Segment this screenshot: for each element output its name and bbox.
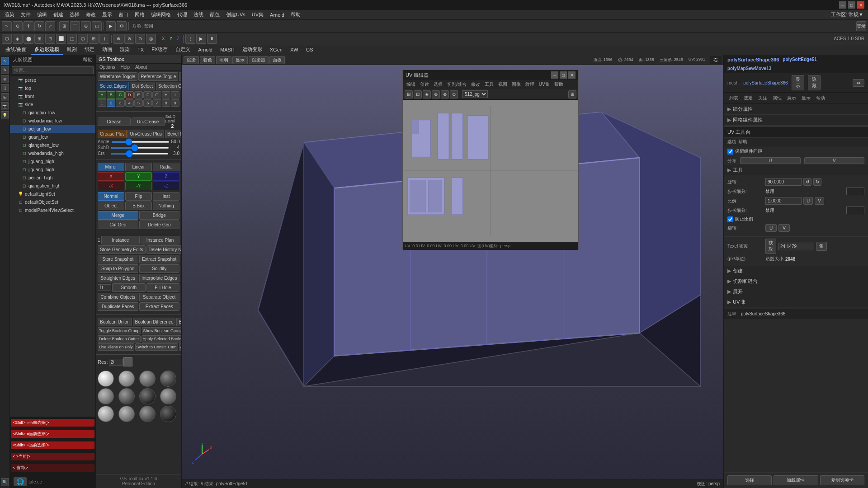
menu-edit[interactable]: 编辑 [34, 10, 50, 19]
snap-curve-btn[interactable]: ⌒ [70, 21, 80, 31]
rp-tab-display[interactable]: 显示 [800, 94, 812, 102]
axis-y-btn[interactable]: Y [125, 172, 152, 181]
maximize-button[interactable]: □ [848, 1, 855, 9]
bool-union-btn[interactable]: Boolean Union [98, 318, 132, 326]
search-btn[interactable]: 🔍 [1, 478, 9, 486]
axis-nx-btn[interactable]: -X [98, 182, 124, 190]
menu-uv[interactable]: 创建UVs [223, 10, 248, 19]
outliner-item-jiguang-high[interactable]: ◻jiguang_high [10, 157, 95, 165]
live-plane-btn[interactable]: Live Plane on Poly [98, 343, 134, 351]
btn-d[interactable]: D [125, 91, 134, 99]
outliner-item-front[interactable]: 📷front [10, 92, 95, 100]
res-input[interactable] [109, 359, 123, 366]
texel-get-btn[interactable]: 获取 [765, 239, 776, 254]
object-btn[interactable]: Object [98, 202, 124, 210]
crease-btn[interactable]: Crease [98, 117, 131, 126]
tab-mash[interactable]: MASH [217, 46, 238, 54]
step-input[interactable] [846, 188, 864, 195]
straighten-edges-btn[interactable]: Straighten Edges [98, 274, 138, 282]
delete-history-btn[interactable]: Delete History Node [146, 245, 182, 254]
tb2-btn11[interactable]: ⊕ [113, 34, 123, 44]
tb2-btn13[interactable]: ⊙ [135, 34, 145, 44]
tb2-btn6[interactable]: ⬜ [56, 34, 66, 44]
mat-swatch-12[interactable] [160, 406, 176, 422]
subd-range[interactable] [111, 147, 169, 149]
unfold-header[interactable]: ▶ 展开 [724, 286, 868, 297]
tab-sculpt[interactable]: 雕刻 [63, 45, 80, 55]
bbox-btn[interactable]: B.Box [125, 202, 152, 210]
mat-swatch-1[interactable] [98, 371, 114, 387]
rotate-tool-btn[interactable]: ↻ [34, 21, 44, 31]
rotate-input[interactable] [765, 178, 802, 186]
menu-edit-mesh[interactable]: 编辑网格 [148, 10, 174, 19]
uv-menu-modify[interactable]: 修改 [469, 81, 482, 88]
cut-sew-header[interactable]: ▶ 切割和缝合 [724, 276, 868, 286]
render-btn[interactable]: ▶ [106, 21, 116, 31]
outliner-item-side[interactable]: 📷side [10, 100, 95, 108]
tab-curve[interactable]: 曲线/曲面 [2, 45, 30, 55]
distribute-v-btn[interactable]: V [804, 157, 865, 164]
extract-faces-btn[interactable]: Extract Faces [139, 302, 180, 311]
rp-tab-render[interactable]: 展示 [785, 94, 798, 102]
snap-polygon-btn[interactable]: Snap to Polygon [98, 264, 138, 273]
outliner-item-peijian-high[interactable]: ◻peijian_high [10, 174, 95, 182]
node-softedge[interactable]: polySoftEdge51 [783, 57, 817, 62]
uv-texture-select[interactable]: 512.jpg [462, 90, 488, 98]
texel-set-btn[interactable]: 集 [816, 242, 827, 251]
instance-plan-btn[interactable]: Instance Plan [141, 236, 179, 244]
radial-btn[interactable]: Radial [153, 163, 179, 171]
btn-h[interactable]: H [162, 91, 170, 99]
vp-shade-btn[interactable]: 着色 [200, 56, 215, 64]
btn-7[interactable]: 7 [152, 99, 161, 107]
tb2-btn8[interactable]: ⬡ [78, 34, 88, 44]
outliner-item-top[interactable]: 📷top [10, 84, 95, 92]
mesh-section-header[interactable]: ▶ 网格组件属性 [724, 115, 868, 125]
menu-create[interactable]: 创建 [51, 10, 66, 19]
tab-xgen[interactable]: XGen [266, 46, 286, 54]
wireframe-toggle-btn[interactable]: Wireframe Toggle [98, 72, 137, 81]
apply-bool-btn[interactable]: Apply Selected Booleans [142, 335, 182, 343]
btn-9[interactable]: 9 [171, 99, 179, 107]
tb2-btn5[interactable]: ⊡ [45, 34, 55, 44]
snap-point-btn[interactable]: ⊕ [81, 21, 91, 31]
tools-section-header[interactable]: ▶ 工具 [724, 165, 868, 175]
uv-tb-btn5[interactable]: ⊗ [441, 90, 449, 99]
combine-objects-btn[interactable]: Combine Objects [98, 293, 138, 301]
uv-tb-btn1[interactable]: ⊞ [405, 90, 413, 99]
select-edges-btn[interactable]: Select Edges [98, 82, 129, 90]
tb2-btn12[interactable]: ⊗ [124, 34, 134, 44]
outliner-item-objectset[interactable]: ◻defaultObjectSet [10, 198, 95, 206]
btn-i[interactable]: I [171, 91, 179, 99]
outliner-item-jiguang-high2[interactable]: ◻jiguang_high [10, 165, 95, 174]
uv-menu-tool[interactable]: 工具 [483, 81, 495, 88]
tab-fxcache[interactable]: FX缓存 [148, 45, 171, 55]
menu-proxy[interactable]: 代理 [175, 10, 190, 19]
linear-btn[interactable]: Linear [125, 163, 152, 171]
mat-swatch-6[interactable] [118, 388, 135, 404]
btn-4[interactable]: 4 [125, 99, 134, 107]
snap-grid-btn[interactable]: ⊞ [59, 21, 69, 31]
vp-panel-btn[interactable]: 面板 [269, 56, 285, 64]
store-snapshot-btn[interactable]: Store Snapshot [98, 255, 138, 263]
outliner-item-qiangshen-low[interactable]: ◻qiangshen_low [10, 141, 95, 149]
uv-menu-select[interactable]: 选择 [432, 81, 444, 88]
uv-menu-create[interactable]: 创建 [418, 81, 431, 88]
mirror-btn[interactable]: Mirror [98, 163, 124, 171]
tab-poly[interactable]: 多边形建模 [31, 45, 63, 55]
mat-swatch-10[interactable] [118, 406, 135, 422]
uv-minimize-btn[interactable]: ─ [551, 71, 558, 79]
axis-ny-btn[interactable]: -Y [125, 182, 152, 190]
scale-v-btn[interactable]: V [815, 197, 824, 205]
menu-mesh[interactable]: 网格 [132, 10, 147, 19]
uv-menu-image[interactable]: 图像 [510, 81, 523, 88]
uv-tb-btn3[interactable]: ◈ [423, 90, 431, 99]
outliner-item-modelpanel[interactable]: ◻modelPanel4ViewSelect [10, 206, 95, 214]
workspace-label[interactable]: 工作区: 常规▼ [828, 10, 866, 19]
sculpt-btn[interactable]: ⊕ [1, 75, 9, 83]
tb2-btn4[interactable]: ⊞ [34, 34, 44, 44]
outliner-item-lightset[interactable]: 💡defaultLightSet [10, 190, 95, 198]
axis-nz-btn[interactable]: -Z [153, 182, 179, 190]
mat-swatch-5[interactable] [98, 388, 114, 404]
prevent-checkbox[interactable] [727, 216, 733, 222]
tb2-16[interactable]: ⏸ [207, 34, 217, 44]
